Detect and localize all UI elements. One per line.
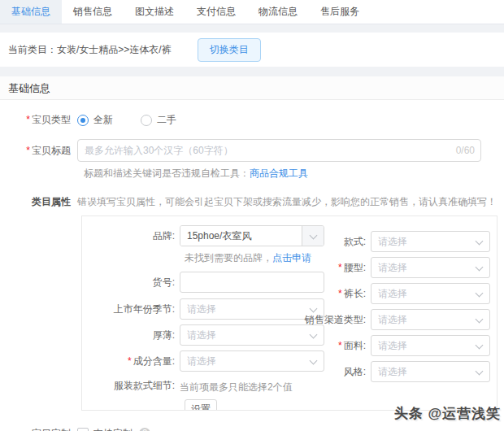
style-detail-label: 服装款式细节: [82,377,180,394]
item-title-input-wrap: 0/60 [77,139,481,162]
tab-bar: 基础信息 销售信息 图文描述 支付信息 物流信息 售后服务 [0,0,504,24]
attribute-column-right: 款式: 请选择 *腰型: 请选择 *裤长: 请选择 [280,231,493,387]
item-no-label: 货号: [82,272,180,293]
fabric-select[interactable]: 请选择 [371,335,490,356]
category-bar: 当前类目：女装/女士精品>>连体衣/裤 切换类目 [0,33,504,67]
customization-row: 宝贝定制 支持定制 [0,425,504,431]
current-category-text: 当前类目：女装/女士精品>>连体衣/裤 [8,43,172,57]
helper-text: 未找到需要的品牌， [185,252,272,263]
tab-logistics-info[interactable]: 物流信息 [247,0,309,24]
sales-channel-label: 销售渠道类型: [280,309,371,330]
item-title-label: *宝贝标题 [0,139,77,162]
select-placeholder: 请选择 [187,329,216,342]
fashion-style-row: 风格: 请选择 [280,361,493,382]
chevron-down-icon [476,290,484,298]
item-type-options: 全新 二手 [77,111,204,127]
radio-option-used[interactable]: 二手 [141,113,176,127]
help-icon[interactable] [139,428,150,431]
helper-text: 标题和描述关键词是否违规自检工具： [84,168,250,179]
chevron-down-icon [476,316,484,324]
divider [0,67,504,76]
sales-channel-row: 销售渠道类型: 请选择 [280,309,493,330]
basic-info-form: *宝贝类型 全新 二手 *宝贝标题 0/60 标题和描述关键词是否违规自检工具：… [0,100,504,431]
style-detail-note: 当前项最多只能选择2个值 [180,377,293,396]
sales-channel-select[interactable]: 请选择 [371,309,490,330]
fabric-row: *面料: 请选择 [280,335,493,356]
fashion-style-label: 风格: [280,361,371,382]
category-attrs-warning: 错误填写宝贝属性，可能会引起宝贝下架或搜索流量减少，影响您的正常销售，请认真准确… [77,194,497,209]
required-marker: * [338,288,342,299]
composition-label: *成分含量: [82,350,180,372]
compliance-tool-link[interactable]: 商品合规工具 [250,168,308,179]
radio-option-new[interactable]: 全新 [77,113,113,127]
required-marker: * [338,340,342,351]
switch-category-button[interactable]: 切换类目 [198,38,261,62]
title-helper-line: 标题和描述关键词是否违规自检工具：商品合规工具 [84,167,504,181]
pants-length-row: *裤长: 请选择 [280,283,493,304]
select-placeholder: 请选择 [378,235,407,249]
fashion-style-select[interactable]: 请选择 [371,361,490,382]
customization-options: 支持定制 [77,425,150,431]
section-title: 基础信息 [0,76,504,100]
waist-select[interactable]: 请选择 [371,257,490,278]
select-placeholder: 请选择 [187,303,216,316]
select-placeholder: 请选择 [378,339,407,353]
tab-after-sales[interactable]: 售后服务 [309,0,371,24]
season-label: 上市年份季节: [82,298,180,320]
tab-payment-info[interactable]: 支付信息 [185,0,247,24]
waist-label: *腰型: [280,257,371,278]
support-custom-checkbox[interactable] [77,428,89,431]
divider [0,24,504,33]
style-detail-set-button[interactable]: 设置 [185,399,217,411]
waist-row: *腰型: 请选择 [280,257,493,278]
style-label: 款式: [280,231,371,252]
radio-icon-selected[interactable] [77,115,89,126]
radio-icon[interactable] [141,115,152,126]
select-placeholder: 请选择 [187,355,216,368]
select-placeholder: 请选择 [378,365,407,379]
radio-label: 全新 [93,113,113,127]
attribute-panel: 品牌: 15phoe/衣室风 未找到需要的品牌，点击申请 货号: 上市年份季节:… [81,216,497,411]
category-attrs-label: 类目属性 [0,194,77,209]
style-row: 款式: 请选择 [280,231,493,252]
char-counter: 0/60 [456,145,475,156]
tab-basic-info[interactable]: 基础信息 [0,0,62,24]
required-marker: * [26,145,30,156]
chevron-down-icon [476,263,484,272]
pants-length-label: *裤长: [280,283,371,304]
select-placeholder: 请选择 [378,261,407,275]
checkbox-label: 支持定制 [93,427,133,431]
radio-label: 二手 [157,113,176,127]
style-select[interactable]: 请选择 [371,231,490,252]
item-type-label: *宝贝类型 [0,111,77,128]
thickness-label: 厚薄: [82,324,180,346]
tab-sales-info[interactable]: 销售信息 [62,0,124,24]
customization-label: 宝贝定制 [0,425,77,431]
item-title-input[interactable] [77,139,481,162]
watermark-text: 头条 @运营浅笑 [394,404,501,423]
pants-length-select[interactable]: 请选择 [371,283,490,304]
required-marker: * [26,114,30,125]
chevron-down-icon [476,237,484,246]
chevron-down-icon [476,368,484,376]
item-type-row: *宝贝类型 全新 二手 [0,111,504,128]
required-marker: * [128,355,132,367]
category-attrs-row: 类目属性 错误填写宝贝属性，可能会引起宝贝下架或搜索流量减少，影响您的正常销售，… [0,194,504,209]
select-placeholder: 请选择 [378,313,407,327]
item-title-row: *宝贝标题 0/60 [0,139,504,162]
chevron-down-icon [476,342,484,350]
select-placeholder: 请选择 [378,287,407,301]
tab-image-text[interactable]: 图文描述 [124,0,185,24]
brand-label: 品牌: [82,225,180,246]
fabric-label: *面料: [280,335,371,356]
required-marker: * [338,262,342,273]
